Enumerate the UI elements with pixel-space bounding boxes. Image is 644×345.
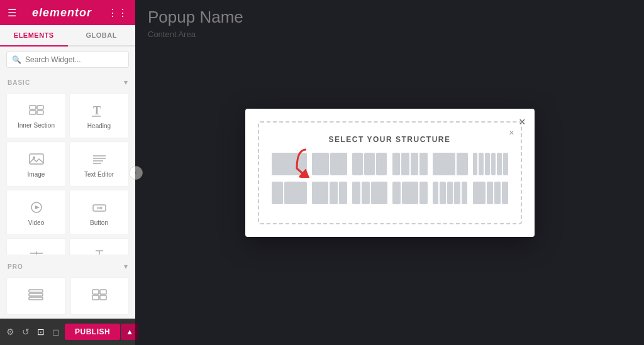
tab-global[interactable]: GLOBAL	[68, 25, 136, 45]
widget-divider[interactable]: Divider	[6, 238, 66, 255]
structure-inner-close[interactable]: ×	[509, 128, 514, 138]
pro-widgets	[0, 273, 135, 319]
sidebar-tabs: ELEMENTS GLOBAL	[0, 25, 135, 47]
pro-widget-1[interactable]	[6, 277, 65, 315]
widget-heading-label: Heading	[87, 123, 111, 129]
pro-list-icon	[28, 289, 43, 304]
col-wide-3-button[interactable]	[473, 182, 508, 204]
responsive-icon[interactable]: ⊡	[37, 327, 45, 337]
search-wrap: 🔍	[6, 52, 129, 68]
preview-icon[interactable]: ◻	[52, 327, 60, 337]
widget-inner-section[interactable]: Inner Section	[6, 93, 66, 138]
svg-rect-29	[29, 297, 43, 300]
widget-heading[interactable]: T Heading	[69, 93, 129, 138]
svg-rect-2	[37, 106, 43, 109]
widget-button[interactable]: Button	[69, 190, 129, 235]
tab-elements[interactable]: ELEMENTS	[0, 25, 68, 47]
main-area: Popup Name Content Area × × SELECT YOUR …	[135, 0, 644, 345]
svg-rect-30	[92, 290, 99, 294]
svg-text:T: T	[93, 104, 101, 117]
widget-image[interactable]: Image	[6, 141, 66, 187]
pro-label: PRO	[8, 263, 23, 270]
arrow-indicator	[294, 146, 325, 180]
col-4-button[interactable]	[392, 153, 428, 175]
sidebar: ☰ elementor ⋮⋮ ELEMENTS GLOBAL 🔍 BASIC ▾…	[0, 0, 135, 345]
image-icon	[29, 153, 44, 168]
widgets-grid: Inner Section T Heading Image Text Edito…	[0, 89, 135, 255]
inner-section-icon	[29, 105, 44, 119]
history-icon[interactable]: ↺	[22, 327, 30, 337]
svg-rect-27	[29, 290, 43, 292]
heading-icon: T	[92, 104, 107, 120]
svg-rect-33	[100, 295, 106, 300]
svg-rect-31	[100, 290, 106, 294]
structure-box: × SELECT YOUR STRUCTURE	[258, 121, 522, 224]
grid-icon[interactable]: ⋮⋮	[108, 7, 128, 19]
text-editor-icon	[92, 153, 107, 168]
spacer-icon	[92, 249, 107, 255]
widget-spacer[interactable]: Spacer	[69, 238, 129, 255]
widget-inner-section-label: Inner Section	[18, 122, 55, 129]
col-1-2-button[interactable]	[272, 182, 307, 204]
widget-text-editor[interactable]: Text Editor	[69, 141, 129, 187]
svg-rect-28	[29, 293, 43, 296]
col-1-1-2-button[interactable]	[352, 182, 387, 204]
structure-row-2	[269, 182, 511, 204]
col-6-button[interactable]	[473, 153, 508, 175]
basic-label: BASIC	[8, 79, 30, 86]
pro-grid-icon	[92, 289, 107, 304]
widget-video-label: Video	[28, 219, 44, 226]
structure-modal: × × SELECT YOUR STRUCTURE	[245, 109, 535, 237]
col-3-1-button[interactable]	[433, 153, 468, 175]
settings-icon[interactable]: ⚙	[6, 327, 14, 337]
svg-marker-13	[35, 205, 40, 209]
widget-button-label: Button	[90, 219, 108, 226]
basic-section-header: BASIC ▾	[0, 73, 135, 89]
search-icon: 🔍	[12, 55, 21, 64]
button-icon	[92, 201, 107, 217]
footer-icons: ⚙ ↺ ⊡ ◻	[6, 327, 60, 337]
divider-icon	[29, 249, 44, 255]
col-3-button[interactable]	[352, 153, 387, 175]
sidebar-footer: ⚙ ↺ ⊡ ◻ PUBLISH ▲	[0, 319, 135, 345]
pro-section-header: PRO ▾	[0, 257, 135, 273]
svg-rect-0	[30, 106, 36, 109]
svg-rect-3	[37, 111, 43, 114]
svg-rect-1	[30, 111, 36, 114]
col-5-button[interactable]	[433, 182, 468, 204]
pro-chevron-icon[interactable]: ▾	[124, 262, 128, 271]
publish-button[interactable]: PUBLISH	[65, 324, 120, 340]
widget-video[interactable]: Video	[6, 190, 66, 235]
sidebar-logo: elementor	[32, 6, 92, 19]
svg-rect-6	[30, 154, 43, 164]
hamburger-icon[interactable]: ☰	[8, 7, 16, 19]
video-icon	[29, 201, 44, 217]
svg-rect-32	[92, 295, 99, 300]
pro-widget-2[interactable]	[70, 277, 130, 315]
basic-chevron-icon[interactable]: ▾	[124, 78, 128, 87]
widget-image-label: Image	[28, 171, 45, 178]
modal-overlay: × × SELECT YOUR STRUCTURE	[135, 0, 644, 345]
structure-title: SELECT YOUR STRUCTURE	[269, 135, 511, 144]
col-1-2-1-button[interactable]	[392, 182, 428, 204]
col-2-1-1-button[interactable]	[312, 182, 347, 204]
publish-group: PUBLISH ▲	[65, 324, 138, 340]
search-area: 🔍	[0, 47, 135, 73]
search-input[interactable]	[25, 55, 123, 64]
sidebar-header: ☰ elementor ⋮⋮	[0, 0, 135, 25]
widget-text-editor-label: Text Editor	[84, 171, 114, 178]
